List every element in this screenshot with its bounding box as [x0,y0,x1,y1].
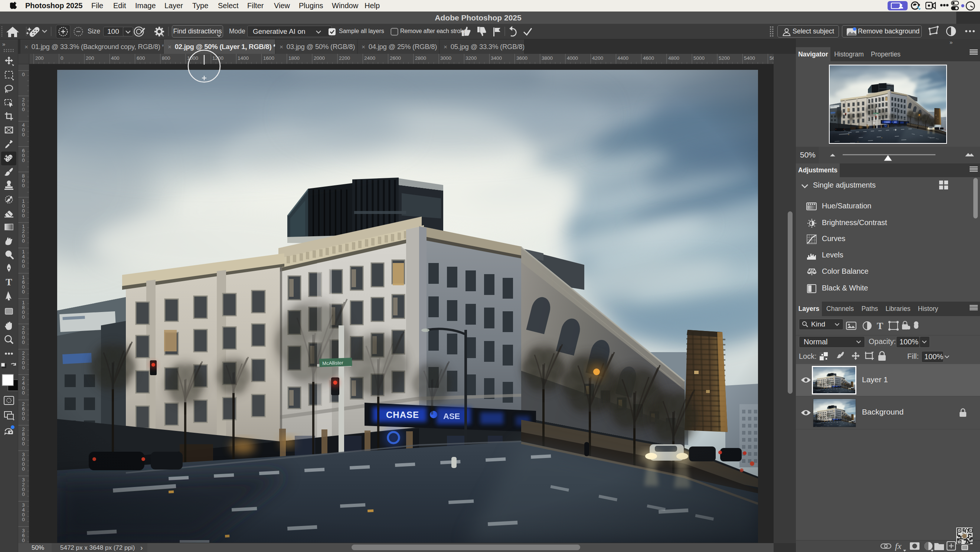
svg-text:T: T [877,321,883,331]
svg-text:fx: fx [895,541,902,551]
svg-text:»: » [2,41,5,47]
svg-text:T: T [6,277,12,287]
